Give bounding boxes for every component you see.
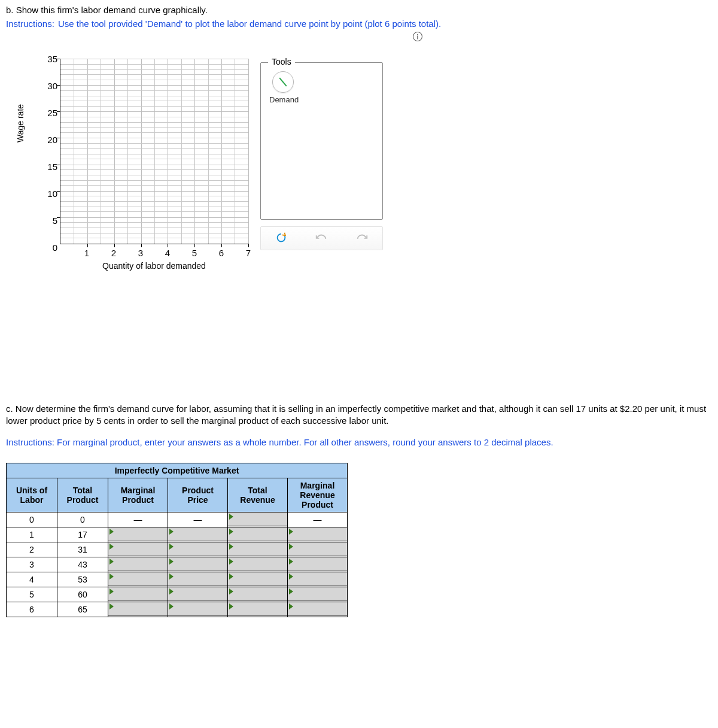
info-icon-row — [6, 29, 712, 46]
cell-product-price-input[interactable] — [168, 602, 228, 617]
y-tick-label: 15 — [47, 161, 57, 171]
table-row: 6 65 — [7, 602, 348, 617]
demand-tool-icon[interactable] — [272, 71, 294, 93]
cell-marginal-product-input[interactable] — [108, 572, 168, 587]
col-header-total-product: Total Product — [57, 478, 108, 512]
col-header-marginal-product: Marginal Product — [108, 478, 168, 512]
cell-units: 5 — [7, 587, 57, 602]
cell-marginal-product-input[interactable] — [108, 587, 168, 602]
table-row: 0 0 — — — — [7, 512, 348, 527]
cell-total-product: 60 — [57, 587, 108, 602]
col-header-product-price: Product Price — [168, 478, 228, 512]
part-c-instructions: Instructions: For marginal product, ente… — [6, 437, 712, 447]
cell-total-revenue-input[interactable] — [228, 572, 288, 587]
cell-total-product: 0 — [57, 512, 108, 527]
y-tick-label: 25 — [47, 108, 57, 118]
x-tick-label: 2 — [111, 248, 116, 258]
undo-icon[interactable] — [315, 231, 328, 246]
y-tick-label: 0 — [53, 242, 57, 253]
y-tick-label: 35 — [47, 54, 57, 64]
cell-units: 3 — [7, 557, 57, 572]
tools-legend: Tools — [268, 57, 295, 66]
table-body: 0 0 — — — 1 17 2 31 — [7, 512, 348, 617]
cell-total-revenue-input[interactable] — [228, 602, 288, 617]
cell-total-product: 53 — [57, 572, 108, 587]
cell-product-price-input[interactable] — [168, 542, 228, 557]
table-row: 1 17 — [7, 527, 348, 542]
x-tick-label: 4 — [165, 248, 170, 258]
y-tick-label: 10 — [47, 188, 57, 198]
tools-panel: Tools Demand — [260, 62, 383, 220]
part-b-text: b. Show this firm's labor demand curve g… — [6, 5, 208, 15]
cell-marginal-product-input[interactable] — [108, 542, 168, 557]
cell-units: 1 — [7, 527, 57, 542]
cell-total-revenue-input[interactable] — [228, 512, 288, 527]
instructions-label: Instructions: — [6, 19, 54, 29]
table-row: 2 31 — [7, 542, 348, 557]
y-axis-title: Wage rate — [16, 104, 25, 142]
cell-mrp-input[interactable] — [288, 572, 348, 587]
instructions-text: For marginal product, enter your answers… — [57, 437, 553, 447]
x-axis-title: Quantity of labor demanded — [60, 261, 248, 271]
svg-point-1 — [417, 34, 418, 35]
cell-mrp-input[interactable] — [288, 557, 348, 572]
cell-product-price-input[interactable] — [168, 587, 228, 602]
x-tick-label: 5 — [192, 248, 197, 258]
cell-product-price: — — [168, 512, 228, 527]
chart-area: Wage rate 35 30 25 20 15 10 5 0 — [24, 59, 443, 280]
col-header-total-revenue: Total Revenue — [228, 478, 288, 512]
instructions-label: Instructions: — [6, 437, 54, 447]
col-header-mrp: Marginal Revenue Product — [288, 478, 348, 512]
plot-region[interactable] — [60, 59, 248, 244]
cell-units: 6 — [7, 602, 57, 617]
chart-actions — [260, 226, 383, 250]
cell-marginal-product: — — [108, 512, 168, 527]
table-row: 5 60 — [7, 587, 348, 602]
table-row: 3 43 — [7, 557, 348, 572]
col-header-units: Units of Labor — [7, 478, 57, 512]
part-b-prompt: b. Show this firm's labor demand curve g… — [6, 5, 712, 15]
cell-total-revenue-input[interactable] — [228, 557, 288, 572]
y-tick-label: 20 — [47, 135, 57, 145]
x-tick-label: 7 — [246, 248, 251, 258]
cell-mrp: — — [288, 512, 348, 527]
cell-units: 0 — [7, 512, 57, 527]
labor-demand-table: Imperfectly Competitive Market Units of … — [6, 463, 348, 617]
cell-product-price-input[interactable] — [168, 527, 228, 542]
table-super-header: Imperfectly Competitive Market — [7, 463, 348, 478]
demand-tool-label: Demand — [269, 95, 297, 104]
cell-total-product: 43 — [57, 557, 108, 572]
demand-tool[interactable]: Demand — [269, 71, 297, 104]
cell-marginal-product-input[interactable] — [108, 557, 168, 572]
x-tick-label: 3 — [138, 248, 143, 258]
cell-total-revenue-input[interactable] — [228, 587, 288, 602]
cell-marginal-product-input[interactable] — [108, 602, 168, 617]
cell-total-revenue-input[interactable] — [228, 527, 288, 542]
cell-total-revenue-input[interactable] — [228, 542, 288, 557]
cell-product-price-input[interactable] — [168, 557, 228, 572]
cell-units: 4 — [7, 572, 57, 587]
part-c-prompt: c. Now determine the firm's demand curve… — [6, 403, 712, 427]
table-row: 4 53 — [7, 572, 348, 587]
cell-mrp-input[interactable] — [288, 542, 348, 557]
cell-mrp-input[interactable] — [288, 527, 348, 542]
reset-icon[interactable] — [275, 231, 288, 246]
instructions-text: Use the tool provided 'Demand' to plot t… — [58, 19, 441, 29]
cell-product-price-input[interactable] — [168, 572, 228, 587]
info-icon[interactable] — [412, 31, 423, 42]
cell-marginal-product-input[interactable] — [108, 527, 168, 542]
y-axis-labels: 35 30 25 20 15 10 5 0 — [39, 59, 57, 247]
cell-mrp-input[interactable] — [288, 587, 348, 602]
cell-total-product: 31 — [57, 542, 108, 557]
x-tick-label: 6 — [219, 248, 224, 258]
redo-icon[interactable] — [355, 231, 369, 246]
part-b-instructions: Instructions: Use the tool provided 'Dem… — [6, 19, 712, 29]
svg-rect-2 — [417, 36, 418, 40]
cell-total-product: 17 — [57, 527, 108, 542]
x-tick-label: 1 — [84, 248, 89, 258]
cell-total-product: 65 — [57, 602, 108, 617]
cell-mrp-input[interactable] — [288, 602, 348, 617]
y-tick-label: 30 — [47, 81, 57, 91]
cell-units: 2 — [7, 542, 57, 557]
